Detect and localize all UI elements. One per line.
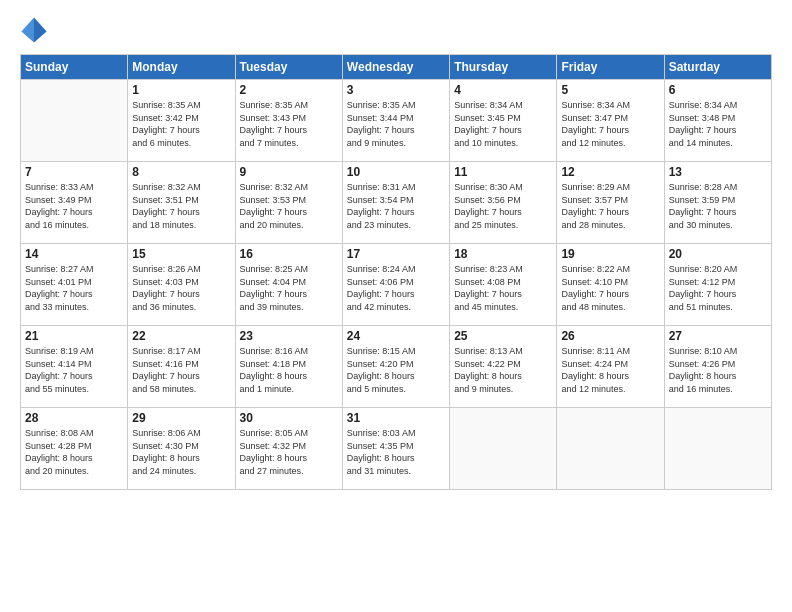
cell-info: Sunrise: 8:27 AM Sunset: 4:01 PM Dayligh… bbox=[25, 263, 123, 313]
day-number: 2 bbox=[240, 83, 338, 97]
calendar-cell: 26Sunrise: 8:11 AM Sunset: 4:24 PM Dayli… bbox=[557, 326, 664, 408]
day-header-friday: Friday bbox=[557, 55, 664, 80]
logo-icon bbox=[20, 16, 48, 44]
calendar-cell: 1Sunrise: 8:35 AM Sunset: 3:42 PM Daylig… bbox=[128, 80, 235, 162]
day-number: 16 bbox=[240, 247, 338, 261]
cell-info: Sunrise: 8:35 AM Sunset: 3:42 PM Dayligh… bbox=[132, 99, 230, 149]
cell-info: Sunrise: 8:35 AM Sunset: 3:43 PM Dayligh… bbox=[240, 99, 338, 149]
day-number: 30 bbox=[240, 411, 338, 425]
day-number: 7 bbox=[25, 165, 123, 179]
calendar-cell: 17Sunrise: 8:24 AM Sunset: 4:06 PM Dayli… bbox=[342, 244, 449, 326]
cell-info: Sunrise: 8:10 AM Sunset: 4:26 PM Dayligh… bbox=[669, 345, 767, 395]
calendar-cell: 22Sunrise: 8:17 AM Sunset: 4:16 PM Dayli… bbox=[128, 326, 235, 408]
day-number: 4 bbox=[454, 83, 552, 97]
calendar-cell: 18Sunrise: 8:23 AM Sunset: 4:08 PM Dayli… bbox=[450, 244, 557, 326]
day-number: 21 bbox=[25, 329, 123, 343]
calendar-cell: 6Sunrise: 8:34 AM Sunset: 3:48 PM Daylig… bbox=[664, 80, 771, 162]
day-number: 1 bbox=[132, 83, 230, 97]
calendar-cell: 31Sunrise: 8:03 AM Sunset: 4:35 PM Dayli… bbox=[342, 408, 449, 490]
week-row-4: 21Sunrise: 8:19 AM Sunset: 4:14 PM Dayli… bbox=[21, 326, 772, 408]
cell-info: Sunrise: 8:34 AM Sunset: 3:47 PM Dayligh… bbox=[561, 99, 659, 149]
day-number: 23 bbox=[240, 329, 338, 343]
day-number: 5 bbox=[561, 83, 659, 97]
cell-info: Sunrise: 8:05 AM Sunset: 4:32 PM Dayligh… bbox=[240, 427, 338, 477]
cell-info: Sunrise: 8:32 AM Sunset: 3:53 PM Dayligh… bbox=[240, 181, 338, 231]
calendar-cell: 5Sunrise: 8:34 AM Sunset: 3:47 PM Daylig… bbox=[557, 80, 664, 162]
day-number: 29 bbox=[132, 411, 230, 425]
cell-info: Sunrise: 8:29 AM Sunset: 3:57 PM Dayligh… bbox=[561, 181, 659, 231]
calendar-cell: 27Sunrise: 8:10 AM Sunset: 4:26 PM Dayli… bbox=[664, 326, 771, 408]
day-number: 6 bbox=[669, 83, 767, 97]
cell-info: Sunrise: 8:13 AM Sunset: 4:22 PM Dayligh… bbox=[454, 345, 552, 395]
cell-info: Sunrise: 8:06 AM Sunset: 4:30 PM Dayligh… bbox=[132, 427, 230, 477]
cell-info: Sunrise: 8:35 AM Sunset: 3:44 PM Dayligh… bbox=[347, 99, 445, 149]
calendar-cell: 11Sunrise: 8:30 AM Sunset: 3:56 PM Dayli… bbox=[450, 162, 557, 244]
day-number: 25 bbox=[454, 329, 552, 343]
calendar-cell: 19Sunrise: 8:22 AM Sunset: 4:10 PM Dayli… bbox=[557, 244, 664, 326]
calendar-cell: 8Sunrise: 8:32 AM Sunset: 3:51 PM Daylig… bbox=[128, 162, 235, 244]
calendar-cell: 13Sunrise: 8:28 AM Sunset: 3:59 PM Dayli… bbox=[664, 162, 771, 244]
cell-info: Sunrise: 8:30 AM Sunset: 3:56 PM Dayligh… bbox=[454, 181, 552, 231]
day-header-sunday: Sunday bbox=[21, 55, 128, 80]
cell-info: Sunrise: 8:34 AM Sunset: 3:45 PM Dayligh… bbox=[454, 99, 552, 149]
calendar-cell: 21Sunrise: 8:19 AM Sunset: 4:14 PM Dayli… bbox=[21, 326, 128, 408]
day-number: 11 bbox=[454, 165, 552, 179]
calendar-cell: 20Sunrise: 8:20 AM Sunset: 4:12 PM Dayli… bbox=[664, 244, 771, 326]
day-number: 20 bbox=[669, 247, 767, 261]
day-number: 24 bbox=[347, 329, 445, 343]
day-number: 8 bbox=[132, 165, 230, 179]
calendar-cell: 12Sunrise: 8:29 AM Sunset: 3:57 PM Dayli… bbox=[557, 162, 664, 244]
cell-info: Sunrise: 8:11 AM Sunset: 4:24 PM Dayligh… bbox=[561, 345, 659, 395]
day-header-tuesday: Tuesday bbox=[235, 55, 342, 80]
calendar-cell: 9Sunrise: 8:32 AM Sunset: 3:53 PM Daylig… bbox=[235, 162, 342, 244]
calendar-cell: 28Sunrise: 8:08 AM Sunset: 4:28 PM Dayli… bbox=[21, 408, 128, 490]
calendar-cell bbox=[557, 408, 664, 490]
calendar-cell: 2Sunrise: 8:35 AM Sunset: 3:43 PM Daylig… bbox=[235, 80, 342, 162]
calendar-cell: 30Sunrise: 8:05 AM Sunset: 4:32 PM Dayli… bbox=[235, 408, 342, 490]
day-number: 12 bbox=[561, 165, 659, 179]
week-row-5: 28Sunrise: 8:08 AM Sunset: 4:28 PM Dayli… bbox=[21, 408, 772, 490]
calendar-cell: 23Sunrise: 8:16 AM Sunset: 4:18 PM Dayli… bbox=[235, 326, 342, 408]
svg-marker-1 bbox=[34, 17, 47, 42]
week-row-2: 7Sunrise: 8:33 AM Sunset: 3:49 PM Daylig… bbox=[21, 162, 772, 244]
calendar-cell: 16Sunrise: 8:25 AM Sunset: 4:04 PM Dayli… bbox=[235, 244, 342, 326]
calendar-cell: 7Sunrise: 8:33 AM Sunset: 3:49 PM Daylig… bbox=[21, 162, 128, 244]
cell-info: Sunrise: 8:03 AM Sunset: 4:35 PM Dayligh… bbox=[347, 427, 445, 477]
day-number: 19 bbox=[561, 247, 659, 261]
calendar-cell: 25Sunrise: 8:13 AM Sunset: 4:22 PM Dayli… bbox=[450, 326, 557, 408]
calendar-cell bbox=[21, 80, 128, 162]
day-header-saturday: Saturday bbox=[664, 55, 771, 80]
calendar-cell: 3Sunrise: 8:35 AM Sunset: 3:44 PM Daylig… bbox=[342, 80, 449, 162]
cell-info: Sunrise: 8:17 AM Sunset: 4:16 PM Dayligh… bbox=[132, 345, 230, 395]
calendar-body: 1Sunrise: 8:35 AM Sunset: 3:42 PM Daylig… bbox=[21, 80, 772, 490]
week-row-1: 1Sunrise: 8:35 AM Sunset: 3:42 PM Daylig… bbox=[21, 80, 772, 162]
day-number: 22 bbox=[132, 329, 230, 343]
cell-info: Sunrise: 8:23 AM Sunset: 4:08 PM Dayligh… bbox=[454, 263, 552, 313]
cell-info: Sunrise: 8:19 AM Sunset: 4:14 PM Dayligh… bbox=[25, 345, 123, 395]
cell-info: Sunrise: 8:34 AM Sunset: 3:48 PM Dayligh… bbox=[669, 99, 767, 149]
cell-info: Sunrise: 8:33 AM Sunset: 3:49 PM Dayligh… bbox=[25, 181, 123, 231]
calendar: SundayMondayTuesdayWednesdayThursdayFrid… bbox=[20, 54, 772, 490]
day-number: 10 bbox=[347, 165, 445, 179]
cell-info: Sunrise: 8:26 AM Sunset: 4:03 PM Dayligh… bbox=[132, 263, 230, 313]
cell-info: Sunrise: 8:20 AM Sunset: 4:12 PM Dayligh… bbox=[669, 263, 767, 313]
calendar-cell: 4Sunrise: 8:34 AM Sunset: 3:45 PM Daylig… bbox=[450, 80, 557, 162]
page: SundayMondayTuesdayWednesdayThursdayFrid… bbox=[0, 0, 792, 612]
cell-info: Sunrise: 8:32 AM Sunset: 3:51 PM Dayligh… bbox=[132, 181, 230, 231]
calendar-cell bbox=[664, 408, 771, 490]
day-number: 26 bbox=[561, 329, 659, 343]
cell-info: Sunrise: 8:31 AM Sunset: 3:54 PM Dayligh… bbox=[347, 181, 445, 231]
logo bbox=[20, 16, 52, 44]
cell-info: Sunrise: 8:16 AM Sunset: 4:18 PM Dayligh… bbox=[240, 345, 338, 395]
calendar-cell: 29Sunrise: 8:06 AM Sunset: 4:30 PM Dayli… bbox=[128, 408, 235, 490]
day-number: 14 bbox=[25, 247, 123, 261]
day-number: 28 bbox=[25, 411, 123, 425]
day-number: 13 bbox=[669, 165, 767, 179]
calendar-cell: 15Sunrise: 8:26 AM Sunset: 4:03 PM Dayli… bbox=[128, 244, 235, 326]
cell-info: Sunrise: 8:22 AM Sunset: 4:10 PM Dayligh… bbox=[561, 263, 659, 313]
day-number: 9 bbox=[240, 165, 338, 179]
day-number: 31 bbox=[347, 411, 445, 425]
cell-info: Sunrise: 8:15 AM Sunset: 4:20 PM Dayligh… bbox=[347, 345, 445, 395]
calendar-header: SundayMondayTuesdayWednesdayThursdayFrid… bbox=[21, 55, 772, 80]
cell-info: Sunrise: 8:25 AM Sunset: 4:04 PM Dayligh… bbox=[240, 263, 338, 313]
